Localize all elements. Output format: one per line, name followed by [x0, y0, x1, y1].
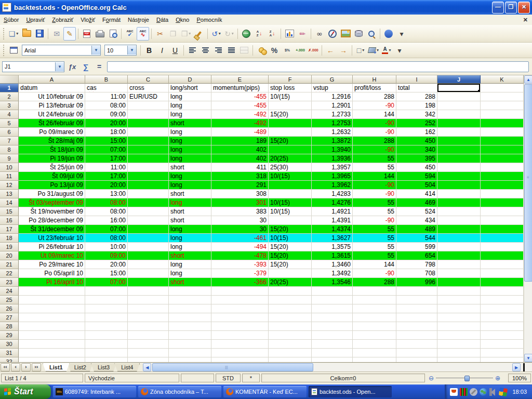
cell-H9[interactable]: 55 — [353, 154, 396, 163]
cell-C4[interactable] — [128, 110, 169, 119]
cell-H6[interactable]: -90 — [353, 128, 396, 137]
cell-D32[interactable] — [169, 357, 211, 362]
cell-E27[interactable] — [211, 313, 269, 322]
cell-K5[interactable] — [481, 119, 524, 128]
page-preview-button[interactable] — [107, 27, 119, 41]
cell-B19[interactable]: 10:00 — [85, 243, 128, 251]
cell-D7[interactable]: long — [169, 137, 211, 145]
cell-I20[interactable]: 654 — [396, 251, 437, 260]
menu-item-formt[interactable]: Formát — [99, 16, 124, 24]
toolbar-overflow-button[interactable]: ▾ — [393, 44, 406, 57]
cell-F3[interactable] — [269, 101, 312, 110]
cell-J4[interactable] — [437, 110, 481, 119]
zoom-slider-thumb[interactable] — [464, 376, 470, 381]
cell-F21[interactable]: 15(20) — [269, 260, 312, 269]
row-header-10[interactable]: 10 — [0, 163, 19, 172]
cell-H11[interactable]: 144 — [353, 172, 396, 181]
cell-J32[interactable] — [437, 357, 481, 362]
cell-F16[interactable] — [269, 216, 312, 225]
cell-D1[interactable]: long/short — [169, 84, 211, 92]
cell-B23[interactable]: 07:00 — [85, 278, 128, 287]
cell-B32[interactable] — [85, 357, 128, 362]
cell-D10[interactable]: short — [169, 163, 211, 172]
cell-G10[interactable]: 1,3957 — [312, 163, 353, 172]
cell-K12[interactable] — [481, 181, 524, 190]
cell-E24[interactable] — [211, 287, 269, 296]
cell-B27[interactable] — [85, 313, 128, 322]
cell-E2[interactable]: -455 — [211, 92, 269, 101]
increase-indent-button[interactable]: → — [337, 44, 350, 57]
cell-E17[interactable]: 30 — [211, 225, 269, 234]
spellcheck-button[interactable]: ABC✔ — [124, 27, 136, 41]
cell-G13[interactable]: 1,4283 — [312, 190, 353, 198]
cell-E19[interactable]: -494 — [211, 243, 269, 251]
cell-G7[interactable]: 1,3872 — [312, 137, 353, 145]
cell-A26[interactable] — [19, 304, 85, 313]
cell-C11[interactable] — [128, 172, 169, 181]
cell-G30[interactable] — [312, 340, 353, 349]
cell-D25[interactable] — [169, 296, 211, 304]
cell-B20[interactable]: 09:00 — [85, 251, 128, 260]
chevron-down-icon[interactable]: ▼ — [91, 46, 100, 55]
cell-H19[interactable]: 55 — [353, 243, 396, 251]
cell-G28[interactable] — [312, 322, 353, 331]
cell-K21[interactable] — [481, 260, 524, 269]
chevron-down-icon[interactable]: ▾ — [232, 31, 234, 36]
row-header-5[interactable]: 5 — [0, 119, 19, 128]
cell-I31[interactable] — [396, 349, 437, 357]
cell-B30[interactable] — [85, 340, 128, 349]
cell-J16[interactable] — [437, 216, 481, 225]
column-header-D[interactable]: D — [169, 75, 211, 84]
menu-item-pomocnk[interactable]: Pomocník — [193, 16, 226, 24]
cell-A30[interactable] — [19, 340, 85, 349]
cell-C13[interactable] — [128, 190, 169, 198]
cell-B31[interactable] — [85, 349, 128, 357]
row-header-13[interactable]: 13 — [0, 190, 19, 198]
cell-J22[interactable] — [437, 269, 481, 278]
cell-E15[interactable]: 383 — [211, 207, 269, 216]
cell-A9[interactable]: Pi 19/jún 09 — [19, 154, 85, 163]
cell-K17[interactable] — [481, 225, 524, 234]
cell-D18[interactable]: long — [169, 234, 211, 243]
formula-input[interactable] — [107, 61, 529, 72]
cell-F19[interactable]: 15(20) — [269, 243, 312, 251]
sort-ascending-button[interactable]: AZ↓ — [253, 27, 265, 41]
cell-K28[interactable] — [481, 322, 524, 331]
cell-D19[interactable]: long — [169, 243, 211, 251]
font-color-button[interactable]: A▾ — [380, 44, 393, 57]
cell-F12[interactable] — [269, 181, 312, 190]
cell-G26[interactable] — [312, 304, 353, 313]
cell-C3[interactable] — [128, 101, 169, 110]
cell-K11[interactable] — [481, 172, 524, 181]
zoom-out-icon[interactable]: ⊖ — [429, 375, 434, 382]
cell-E21[interactable]: -393 — [211, 260, 269, 269]
cell-J24[interactable] — [437, 287, 481, 296]
cell-A21[interactable]: Po 29/marec 10 — [19, 260, 85, 269]
sheet-tab-list3[interactable]: List3 — [91, 363, 116, 371]
cell-E22[interactable]: -379 — [211, 269, 269, 278]
column-header-J[interactable]: J — [437, 75, 481, 84]
cell-F25[interactable] — [269, 296, 312, 304]
cell-D24[interactable] — [169, 287, 211, 296]
cell-H31[interactable] — [353, 349, 396, 357]
gallery-button[interactable] — [339, 27, 352, 41]
row-header-29[interactable]: 29 — [0, 331, 19, 340]
menu-item-sbor[interactable]: Súbor — [0, 16, 22, 24]
cell-B5[interactable]: 20:00 — [85, 119, 128, 128]
cell-I24[interactable] — [396, 287, 437, 296]
cell-A8[interactable]: Št 18/jún 09 — [19, 145, 85, 154]
insert-mode[interactable] — [181, 374, 214, 382]
row-header-21[interactable]: 21 — [0, 260, 19, 269]
cell-J2[interactable] — [437, 92, 481, 101]
styles-window-button[interactable] — [7, 44, 20, 57]
cell-A3[interactable]: Pi 13/február 09 — [19, 101, 85, 110]
cell-H18[interactable]: 55 — [353, 234, 396, 243]
borders-button[interactable]: □▾ — [354, 44, 367, 57]
cell-E16[interactable]: 30 — [211, 216, 269, 225]
close-document-icon[interactable]: ✕ — [523, 17, 528, 23]
cell-F9[interactable]: 20(25) — [269, 154, 312, 163]
cell-E12[interactable]: 291 — [211, 181, 269, 190]
horizontal-scroll-thumb[interactable] — [152, 363, 313, 371]
cell-E10[interactable]: 411 — [211, 163, 269, 172]
cell-E1[interactable]: momentum(pips) — [211, 84, 269, 92]
